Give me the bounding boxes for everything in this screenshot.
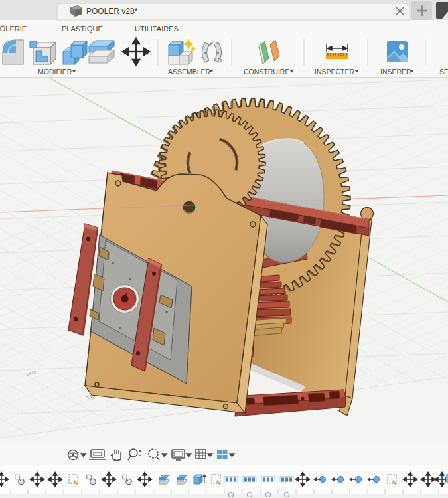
svg-text:INSÉRER: INSÉRER (380, 68, 411, 76)
svg-text:ASSEMBLER: ASSEMBLER (168, 68, 211, 76)
svg-text:UTILITAIRES: UTILITAIRES (135, 25, 179, 33)
svg-text:MODIFIER: MODIFIER (38, 68, 72, 76)
svg-text:INSPECTER: INSPECTER (315, 68, 355, 76)
svg-text:CONSTRUIRE: CONSTRUIRE (244, 68, 289, 76)
svg-text:PLASTIQUE: PLASTIQUE (62, 25, 103, 33)
svg-text:POOLER v28*: POOLER v28* (86, 7, 138, 16)
svg-text:TÔLERIE: TÔLERIE (0, 25, 27, 33)
svg-text:SÉL: SÉL (439, 68, 448, 76)
